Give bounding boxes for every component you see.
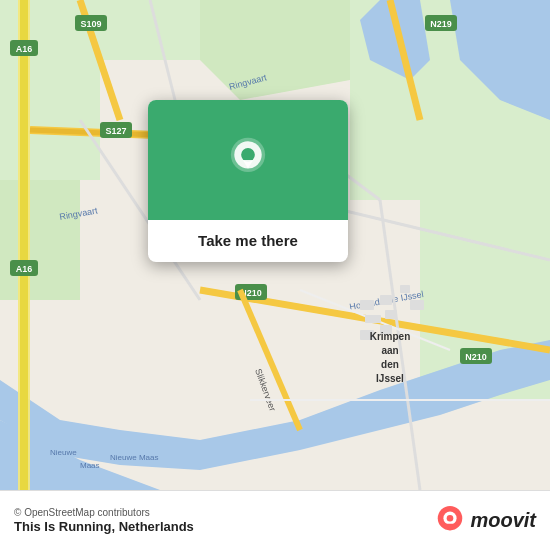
popup-arrow <box>238 220 258 234</box>
location-pin-icon <box>224 136 272 184</box>
moovit-pin-icon <box>436 505 464 537</box>
svg-text:Nieuwe Maas: Nieuwe Maas <box>110 453 158 462</box>
svg-rect-12 <box>20 0 28 490</box>
svg-text:Maas: Maas <box>80 461 100 470</box>
take-me-there-button[interactable]: Take me there <box>198 232 298 249</box>
svg-text:N219: N219 <box>430 19 452 29</box>
moovit-logo[interactable]: moovit <box>436 505 536 537</box>
svg-rect-50 <box>385 310 397 319</box>
svg-rect-46 <box>360 300 374 310</box>
svg-text:den: den <box>381 359 399 370</box>
location-label: This Is Running, Netherlands <box>14 519 194 534</box>
svg-text:A16: A16 <box>16 44 33 54</box>
svg-text:S109: S109 <box>80 19 101 29</box>
svg-point-63 <box>241 148 255 162</box>
popup-card: Take me there <box>148 100 348 262</box>
svg-text:S127: S127 <box>105 126 126 136</box>
svg-text:A16: A16 <box>16 264 33 274</box>
svg-text:N210: N210 <box>465 352 487 362</box>
popup-green-header <box>148 100 348 220</box>
svg-rect-48 <box>400 285 410 293</box>
svg-text:IJssel: IJssel <box>376 373 404 384</box>
footer-bar: © OpenStreetMap contributors This Is Run… <box>0 490 550 550</box>
svg-point-67 <box>447 514 454 521</box>
svg-text:Krimpen: Krimpen <box>370 331 411 342</box>
svg-rect-47 <box>380 295 392 305</box>
copyright-text: © OpenStreetMap contributors <box>14 507 194 518</box>
moovit-text: moovit <box>470 509 536 532</box>
svg-rect-49 <box>365 315 381 323</box>
footer-left: © OpenStreetMap contributors This Is Run… <box>14 507 194 534</box>
svg-rect-2 <box>0 180 80 300</box>
map-area: A16 A16 S127 S127 S109 N210 N210 N219 Ri… <box>0 0 550 490</box>
svg-rect-51 <box>410 300 424 310</box>
svg-text:aan: aan <box>381 345 398 356</box>
svg-text:Nieuwe: Nieuwe <box>50 448 77 457</box>
